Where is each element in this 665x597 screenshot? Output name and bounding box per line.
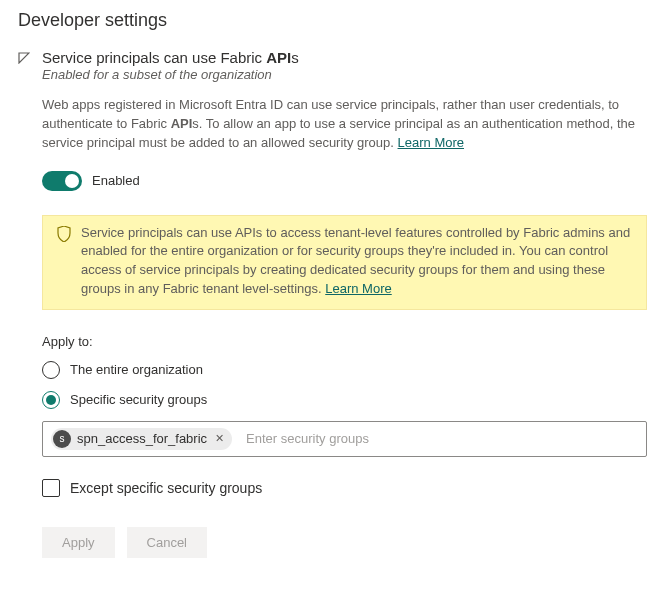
banner-content: Service principals can use APIs to acces…: [81, 224, 632, 299]
radio-specific-groups[interactable]: Specific security groups: [42, 391, 647, 409]
toggle-row: Enabled: [42, 171, 647, 191]
chip-label: spn_access_for_fabric: [77, 431, 207, 446]
toggle-label: Enabled: [92, 173, 140, 188]
except-checkbox-row[interactable]: Except specific security groups: [42, 479, 647, 497]
enable-toggle[interactable]: [42, 171, 82, 191]
radio-label-specific-groups: Specific security groups: [70, 392, 207, 407]
page-title: Developer settings: [18, 10, 647, 31]
collapse-icon[interactable]: [18, 49, 32, 64]
setting-row: Service principals can use Fabric APIs E…: [18, 49, 647, 558]
chip-remove-icon[interactable]: ✕: [213, 432, 226, 445]
setting-subtitle: Enabled for a subset of the organization: [42, 67, 647, 82]
groups-placeholder: Enter security groups: [246, 431, 369, 446]
radio-input-specific-groups[interactable]: [42, 391, 60, 409]
radio-input-entire-org[interactable]: [42, 361, 60, 379]
setting-title-prefix: Service principals can use Fabric: [42, 49, 266, 66]
apply-to-label: Apply to:: [42, 334, 647, 349]
setting-title-suffix: s: [291, 49, 299, 66]
buttons-row: Apply Cancel: [42, 527, 647, 558]
chip-avatar: s: [53, 430, 71, 448]
setting-description: Web apps registered in Microsoft Entra I…: [42, 96, 647, 153]
except-checkbox[interactable]: [42, 479, 60, 497]
shield-icon: [57, 224, 71, 299]
description-bold: API: [171, 116, 193, 131]
learn-more-link[interactable]: Learn More: [398, 135, 464, 150]
info-banner: Service principals can use APIs to acces…: [42, 215, 647, 310]
security-groups-input[interactable]: s spn_access_for_fabric ✕ Enter security…: [42, 421, 647, 457]
cancel-button[interactable]: Cancel: [127, 527, 207, 558]
radio-entire-org[interactable]: The entire organization: [42, 361, 647, 379]
group-chip: s spn_access_for_fabric ✕: [51, 428, 232, 450]
apply-button[interactable]: Apply: [42, 527, 115, 558]
setting-title-bold: API: [266, 49, 291, 66]
except-checkbox-label: Except specific security groups: [70, 480, 262, 496]
banner-learn-more-link[interactable]: Learn More: [325, 281, 391, 296]
setting-title: Service principals can use Fabric APIs: [42, 49, 647, 66]
radio-label-entire-org: The entire organization: [70, 362, 203, 377]
